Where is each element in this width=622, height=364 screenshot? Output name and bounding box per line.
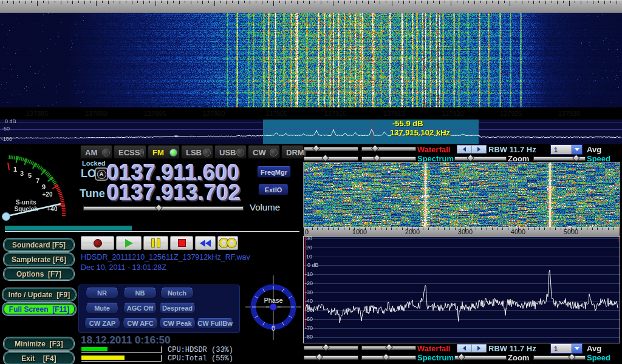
mode-button-drm[interactable]: DRM bbox=[281, 146, 304, 159]
rewind-button[interactable] bbox=[195, 236, 216, 250]
nr-button[interactable]: NR bbox=[86, 288, 118, 298]
s-units-label: S-units bbox=[16, 199, 36, 206]
mode-button-lsb[interactable]: LSB bbox=[181, 146, 213, 159]
speed-slider[interactable] bbox=[533, 157, 586, 161]
main-frequency-scale[interactable] bbox=[0, 0, 622, 13]
db-tick-label: -50 bbox=[305, 307, 313, 313]
fullscreen-button[interactable]: Full Screen [F11] bbox=[2, 303, 76, 315]
slider-knob[interactable] bbox=[321, 154, 329, 162]
db-tick-label: -20 bbox=[305, 280, 313, 286]
volume-slider[interactable] bbox=[83, 206, 244, 211]
main-waterfall-display[interactable] bbox=[0, 0, 622, 107]
lo-frequency-display[interactable]: 0137.911.600 bbox=[107, 164, 239, 182]
waterfall-brightness-slider-2[interactable] bbox=[304, 346, 358, 350]
extio-button[interactable]: ExtIO bbox=[258, 184, 289, 195]
mode-button-fm[interactable]: FM bbox=[148, 146, 180, 159]
audio-tick-label: 2000 bbox=[405, 228, 420, 235]
dropdown-button[interactable] bbox=[572, 145, 582, 154]
rbw-readout: RBW 11.7 Hz bbox=[488, 145, 536, 154]
mute-button[interactable]: Mute bbox=[86, 303, 118, 314]
slider-knob[interactable] bbox=[312, 144, 320, 152]
mode-button-cw[interactable]: CW bbox=[248, 146, 280, 159]
meter-tick-label: 1 bbox=[13, 166, 17, 173]
cw-fullbw-button[interactable]: CW FullBw bbox=[197, 318, 233, 329]
locked-label: Locked bbox=[82, 160, 106, 167]
waterfall-contrast-slider[interactable] bbox=[361, 147, 416, 151]
samplerate-button[interactable]: Samplerate [F6] bbox=[4, 253, 74, 266]
scroll-right-button[interactable] bbox=[472, 146, 486, 153]
slider-knob[interactable] bbox=[385, 343, 393, 351]
pause-button[interactable] bbox=[143, 236, 168, 250]
audio-waterfall-display[interactable] bbox=[304, 163, 620, 227]
rewind-icon bbox=[205, 240, 211, 247]
scroll-left-button[interactable] bbox=[457, 146, 472, 153]
db-tick-label: -40 bbox=[305, 298, 313, 304]
s-meter[interactable]: 1 3 5 7 9 +20 +40 S-units Squelch bbox=[0, 146, 78, 224]
avg-select-2[interactable]: 1 bbox=[550, 343, 583, 354]
hdsdr-window: 137885 137890 137895 137900 137905 13791… bbox=[0, 0, 622, 364]
nb-button[interactable]: NB bbox=[123, 288, 157, 298]
scroll-right-button[interactable] bbox=[472, 345, 486, 352]
waterfall-scrollbar-2[interactable] bbox=[457, 344, 487, 352]
frequency-scale-ticks bbox=[0, 1, 622, 13]
play-button[interactable] bbox=[116, 236, 142, 250]
db-tick-label: 10 bbox=[306, 254, 312, 260]
zoom-slider-2[interactable] bbox=[454, 356, 507, 360]
despread-button[interactable]: Despread bbox=[159, 303, 196, 314]
mode-button-ecss[interactable]: ECSS bbox=[114, 146, 146, 159]
slider-knob[interactable] bbox=[315, 353, 323, 361]
waterfall-contrast-slider-2[interactable] bbox=[361, 346, 416, 350]
lo-label: LO bbox=[81, 167, 96, 180]
speed-slider-knob[interactable] bbox=[568, 353, 576, 361]
spectrum-brightness-slider-2[interactable] bbox=[304, 356, 358, 360]
db-tick-label: -80 bbox=[305, 334, 313, 340]
mode-button-usb[interactable]: USB bbox=[214, 146, 247, 159]
waterfall-brightness-slider[interactable] bbox=[304, 147, 358, 151]
freq-tick-label: 137905 bbox=[265, 110, 288, 117]
dropdown-button[interactable] bbox=[572, 344, 582, 353]
cw-peak-button[interactable]: CW Peak bbox=[159, 318, 196, 329]
tune-frequency-display[interactable]: 0137.913.702 bbox=[107, 184, 241, 202]
speed-slider-knob[interactable] bbox=[572, 154, 580, 162]
freqmgr-button[interactable]: FreqMgr bbox=[257, 166, 291, 178]
stop-button[interactable] bbox=[170, 236, 193, 250]
slider-knob[interactable] bbox=[373, 154, 381, 162]
slider-knob[interactable] bbox=[382, 353, 390, 361]
agc-button[interactable]: AGC Off bbox=[123, 303, 157, 314]
notch-button[interactable]: Notch bbox=[160, 288, 194, 298]
volume-label: Volume bbox=[250, 202, 280, 212]
spectrum-contrast-slider[interactable] bbox=[361, 157, 416, 161]
mode-button-am[interactable]: AM bbox=[80, 146, 112, 159]
zoom-slider[interactable] bbox=[454, 157, 507, 161]
slider-knob[interactable] bbox=[371, 144, 379, 152]
meter-tick-label: 7 bbox=[36, 177, 39, 184]
avg-select[interactable]: 1 bbox=[550, 144, 583, 155]
exit-button[interactable]: Exit [F4] bbox=[4, 352, 74, 364]
slider-knob[interactable] bbox=[322, 343, 330, 351]
minimize-button[interactable]: Minimize [F3] bbox=[4, 337, 74, 350]
spectrum-brightness-slider[interactable] bbox=[304, 157, 358, 161]
audio-spectrum-display[interactable] bbox=[304, 237, 620, 343]
waterfall-scrollbar[interactable] bbox=[457, 145, 487, 153]
lo-mode-button[interactable]: A bbox=[95, 167, 108, 181]
spectrum-contrast-slider-2[interactable] bbox=[361, 356, 416, 360]
meter-tick-label: 3 bbox=[20, 170, 24, 177]
volume-slider-knob[interactable] bbox=[155, 204, 163, 212]
info-update-button[interactable]: Info / Update [F9] bbox=[2, 288, 76, 301]
record-button[interactable] bbox=[81, 236, 114, 250]
options-button[interactable]: Options [F7] bbox=[4, 268, 74, 280]
cw-afc-button[interactable]: CW AFC bbox=[123, 318, 158, 329]
freq-tick-label: 137900 bbox=[203, 110, 225, 117]
phase-hub bbox=[270, 303, 277, 311]
speed-slider-2[interactable] bbox=[533, 356, 586, 360]
waterfall-label-2: Waterfall bbox=[417, 344, 450, 353]
main-spectrum-display[interactable] bbox=[0, 120, 622, 144]
zoom-slider-knob[interactable] bbox=[466, 154, 474, 162]
cw-zap-button[interactable]: CW ZAP bbox=[84, 318, 120, 329]
loop-button[interactable] bbox=[217, 236, 238, 250]
squelch-level-bar[interactable] bbox=[5, 226, 132, 231]
meter-needle-hub bbox=[2, 213, 10, 221]
zoom-slider-knob[interactable] bbox=[457, 353, 465, 361]
soundcard-button[interactable]: Soundcard [F5] bbox=[4, 238, 74, 251]
scroll-left-button[interactable] bbox=[457, 345, 472, 352]
